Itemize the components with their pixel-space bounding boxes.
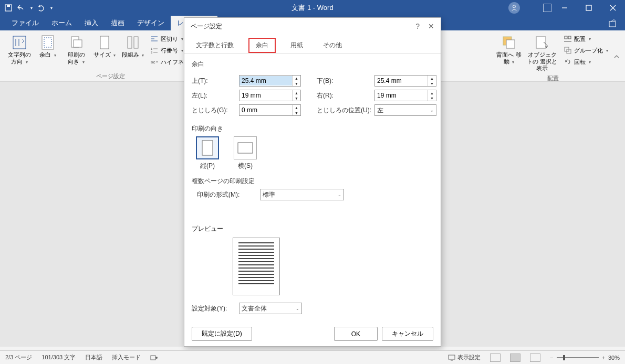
status-words[interactable]: 101/303 文字 <box>41 354 76 361</box>
dialog-tab-paper[interactable]: 用紙 <box>285 38 308 53</box>
zoom-level[interactable]: 30% <box>608 355 620 361</box>
window-controls <box>553 0 625 16</box>
svg-rect-39 <box>449 355 455 359</box>
qat-customize-icon[interactable]: ▾ <box>50 6 53 10</box>
send-backward-button[interactable]: 背面へ 移動 ▾ <box>495 34 523 66</box>
macro-record-icon[interactable] <box>150 354 158 361</box>
undo-icon[interactable] <box>17 4 25 12</box>
margin-top-input[interactable] <box>239 76 292 85</box>
svg-rect-8 <box>13 36 26 49</box>
svg-rect-36 <box>238 143 253 153</box>
zoom-out-button[interactable]: − <box>550 355 553 361</box>
display-settings-button[interactable]: 表示設定 <box>448 354 481 361</box>
margin-top-spinner[interactable]: ▲▼ <box>239 75 301 87</box>
zoom-slider[interactable] <box>557 357 599 358</box>
svg-text:1: 1 <box>151 47 153 50</box>
undo-dropdown-icon[interactable]: ▾ <box>30 6 33 10</box>
align-menu-button[interactable]: 配置▾ <box>561 34 610 44</box>
columns-button[interactable]: 段組み ▾ <box>120 34 146 59</box>
dialog-tab-margins[interactable]: 余白 <box>248 38 276 53</box>
group-menu-button[interactable]: グループ化▾ <box>561 45 610 56</box>
apply-to-dropdown[interactable]: 文書全体⌄ <box>239 303 302 314</box>
tab-file[interactable]: ファイル <box>5 16 45 30</box>
print-format-label: 印刷の形式(M): <box>197 190 260 199</box>
svg-point-2 <box>513 5 515 8</box>
minimize-button[interactable] <box>553 0 577 16</box>
svg-rect-35 <box>202 141 213 155</box>
svg-rect-7 <box>609 22 616 27</box>
section-orientation-label: 印刷の向き <box>192 124 433 133</box>
svg-rect-37 <box>151 356 155 360</box>
help-icon[interactable]: ? <box>415 22 420 30</box>
tab-draw[interactable]: 描画 <box>105 16 131 30</box>
status-page[interactable]: 2/3 ページ <box>5 354 32 361</box>
gutter-spinner[interactable]: ▲▼ <box>239 104 301 116</box>
status-language[interactable]: 日本語 <box>85 354 102 361</box>
save-icon[interactable] <box>4 4 13 12</box>
svg-rect-15 <box>100 36 109 49</box>
size-button[interactable]: サイズ ▾ <box>91 34 118 59</box>
dialog-tab-chars-lines[interactable]: 文字数と行数 <box>191 38 239 53</box>
margin-bottom-spinner[interactable]: ▲▼ <box>374 75 436 87</box>
margin-bottom-input[interactable] <box>375 76 428 85</box>
share-icon[interactable] <box>608 18 618 28</box>
svg-rect-28 <box>506 40 515 48</box>
svg-rect-17 <box>134 37 138 48</box>
dialog-close-icon[interactable]: ✕ <box>428 22 434 30</box>
svg-rect-4 <box>586 5 591 10</box>
gutter-position-dropdown[interactable]: 左⌄ <box>374 104 436 116</box>
cancel-button[interactable]: キャンセル <box>382 327 433 341</box>
gutter-position-label: とじしろの位置(U): <box>317 106 374 115</box>
svg-rect-1 <box>7 5 10 7</box>
collapse-ribbon-icon[interactable] <box>613 31 622 81</box>
margin-left-input[interactable] <box>239 91 292 100</box>
margin-left-label: 左(L): <box>192 91 239 100</box>
orientation-button[interactable]: 印刷の 向き ▾ <box>63 34 89 66</box>
apply-to-label: 設定対象(Y): <box>192 304 239 313</box>
status-insert-mode[interactable]: 挿入モード <box>112 354 141 361</box>
orientation-portrait-button[interactable]: 縦(P) <box>192 136 223 170</box>
svg-rect-16 <box>128 37 132 48</box>
margin-bottom-label: 下(B): <box>317 77 374 85</box>
tab-home[interactable]: ホーム <box>45 16 78 30</box>
selection-pane-button[interactable]: オブジェクトの 選択と表示 <box>525 34 559 73</box>
svg-rect-11 <box>42 36 54 49</box>
print-format-dropdown[interactable]: 標準⌄ <box>260 189 344 200</box>
dialog-title: ページ設定 <box>191 22 222 31</box>
dialog-tab-other[interactable]: その他 <box>318 38 347 53</box>
close-button[interactable] <box>601 0 625 16</box>
group-arrange: 背面へ 移動 ▾ オブジェクトの 選択と表示 配置▾ グループ化▾ 回転▾ <box>492 31 613 81</box>
zoom-in-button[interactable]: + <box>602 355 605 361</box>
quick-access-toolbar: ▾ ▾ <box>4 4 53 12</box>
tab-design[interactable]: デザイン <box>131 16 171 30</box>
margin-left-spinner[interactable]: ▲▼ <box>239 90 301 101</box>
tab-insert[interactable]: 挿入 <box>78 16 105 30</box>
margin-right-spinner[interactable]: ▲▼ <box>374 90 436 101</box>
user-avatar[interactable] <box>508 2 520 14</box>
svg-point-38 <box>155 357 158 359</box>
group-label-arrange: 配置 <box>495 73 610 82</box>
title-bar: ▾ ▾ 文書 1 - Word <box>0 0 625 16</box>
maximize-button[interactable] <box>577 0 601 16</box>
status-bar: 2/3 ページ 101/303 文字 日本語 挿入モード 表示設定 − + 30… <box>0 350 625 364</box>
section-multi-label: 複数ページの印刷設定 <box>192 177 433 186</box>
preview-box <box>233 238 280 295</box>
ribbon-display-options-icon[interactable] <box>543 4 551 12</box>
read-mode-view-button[interactable] <box>490 354 501 362</box>
ok-button[interactable]: OK <box>334 327 378 341</box>
margin-right-input[interactable] <box>375 91 428 100</box>
svg-rect-30 <box>565 36 567 39</box>
section-margins-label: 余白 <box>192 60 433 69</box>
text-direction-button[interactable]: 文字列の 方向 ▾ <box>6 34 33 66</box>
dialog-footer: 既定に設定(D) OK キャンセル <box>184 322 441 346</box>
margin-top-label: 上(T): <box>192 77 239 85</box>
set-default-button[interactable]: 既定に設定(D) <box>192 327 252 341</box>
section-preview-label: プレビュー <box>192 224 433 233</box>
orientation-landscape-button[interactable]: 横(S) <box>230 136 261 170</box>
rotate-menu-button[interactable]: 回転▾ <box>561 57 610 67</box>
redo-icon[interactable] <box>37 4 45 12</box>
gutter-input[interactable] <box>239 105 292 115</box>
print-layout-view-button[interactable] <box>510 354 520 362</box>
web-layout-view-button[interactable] <box>530 354 540 362</box>
margins-button[interactable]: 余白 ▾ <box>35 34 61 59</box>
